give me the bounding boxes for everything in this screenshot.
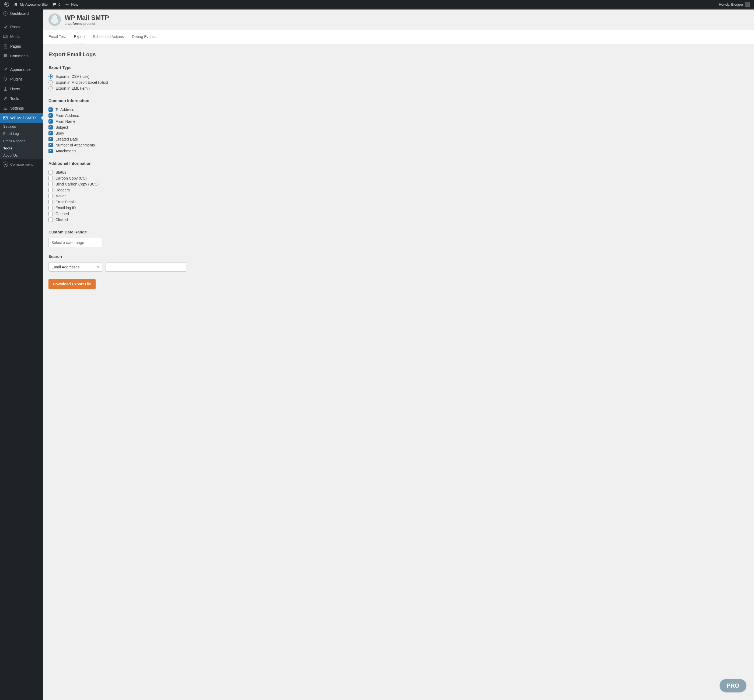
additional-info-row[interactable]: Status: [48, 169, 749, 175]
wordpress-menu[interactable]: [2, 0, 11, 9]
download-export-button[interactable]: Download Export File: [48, 279, 95, 289]
radio-csv[interactable]: Export in CSV (.csv): [48, 73, 749, 80]
submenu-tools[interactable]: Tools: [0, 145, 43, 152]
sidebar-submenu: Settings Email Log Email Reports Tools A…: [0, 123, 43, 159]
common-info-row[interactable]: From Name: [48, 119, 749, 124]
common-info-row[interactable]: Number of Attachments: [48, 142, 749, 148]
radio-xlsx-input[interactable]: [48, 80, 53, 84]
sidebar-item-plugins[interactable]: Plugins: [0, 74, 43, 84]
pin-icon: [3, 24, 8, 30]
content: WP Mail SMTP a wpforms product Email Tes…: [43, 9, 754, 305]
checkbox-label: Clicked: [55, 217, 68, 222]
common-info-checkbox[interactable]: [48, 108, 53, 112]
media-icon: [3, 34, 8, 39]
common-info-row[interactable]: Subject: [48, 124, 749, 130]
additional-info-checkbox[interactable]: [48, 188, 53, 192]
search-field-select[interactable]: Email Addresses: [48, 262, 102, 272]
site-link[interactable]: My Awesome Site: [11, 0, 50, 9]
checkbox-label: Subject: [55, 125, 68, 130]
additional-info-checkbox[interactable]: [48, 182, 53, 186]
sidebar-item-label: Plugins: [10, 77, 23, 81]
submenu-about-us[interactable]: About Us: [0, 152, 43, 159]
additional-info-checkbox[interactable]: [48, 212, 53, 216]
comment-icon: [3, 53, 8, 59]
common-info-row[interactable]: Attachments: [48, 148, 749, 154]
common-info-checkbox[interactable]: [48, 125, 53, 130]
page-title: Export Email Logs: [48, 52, 749, 58]
collapse-menu[interactable]: ◀ Collapse menu: [0, 159, 43, 169]
sidebar-item-users[interactable]: Users: [0, 84, 43, 94]
common-info-checkbox[interactable]: [48, 131, 53, 136]
comments-link[interactable]: 0: [50, 0, 63, 9]
date-range-title: Custom Date Range: [48, 230, 749, 234]
search-input[interactable]: [106, 262, 186, 272]
sidebar-item-comments[interactable]: Comments: [0, 51, 43, 61]
additional-info-row[interactable]: Headers: [48, 187, 749, 193]
sidebar-item-posts[interactable]: Posts: [0, 22, 43, 32]
tab-scheduled-actions[interactable]: Scheduled Actions: [93, 30, 124, 44]
common-info-checkbox[interactable]: [48, 143, 53, 147]
pages-icon: [3, 44, 8, 49]
common-info-row[interactable]: Body: [48, 130, 749, 136]
date-range-input[interactable]: [48, 238, 102, 247]
additional-info-checkbox[interactable]: [48, 194, 53, 198]
sidebar-item-label: Comments: [10, 54, 28, 58]
additional-info-checkbox[interactable]: [48, 206, 53, 210]
sidebar-item-tools[interactable]: Tools: [0, 94, 43, 103]
common-info-checkbox[interactable]: [48, 149, 53, 153]
tab-debug-events[interactable]: Debug Events: [132, 30, 156, 44]
additional-info-row[interactable]: Mailer: [48, 193, 749, 199]
tab-export[interactable]: Export: [74, 30, 84, 44]
sidebar-item-label: Dashboard: [10, 11, 29, 16]
sidebar-item-settings[interactable]: Settings: [0, 103, 43, 113]
sidebar-item-dashboard[interactable]: Dashboard: [0, 9, 43, 18]
collapse-icon: ◀: [3, 161, 8, 167]
checkbox-label: Body: [55, 131, 64, 136]
account-link[interactable]: Howdy, Blogger: [716, 0, 752, 9]
sidebar-item-appearance[interactable]: Appearance: [0, 65, 43, 74]
plugin-logo-icon: [48, 14, 61, 26]
sidebar-item-pages[interactable]: Pages: [0, 41, 43, 51]
sidebar-item-label: Users: [10, 87, 20, 91]
additional-info-checkbox[interactable]: [48, 176, 53, 180]
radio-eml-input[interactable]: [48, 86, 53, 91]
additional-info-row[interactable]: Opened: [48, 211, 749, 217]
additional-info-row[interactable]: Clicked: [48, 217, 749, 223]
additional-info-checkbox[interactable]: [48, 200, 53, 204]
submenu-email-reports[interactable]: Email Reports: [0, 137, 43, 145]
sidebar-item-label: Appearance: [10, 67, 31, 72]
page-body: Export Email Logs Export Type Export in …: [43, 44, 754, 305]
site-name: My Awesome Site: [20, 2, 48, 6]
checkbox-label: To Address: [55, 108, 74, 112]
additional-info-checkbox[interactable]: [48, 217, 53, 222]
additional-info-row[interactable]: Error Details: [48, 199, 749, 205]
brush-icon: [3, 67, 8, 72]
new-label: New: [71, 2, 78, 6]
sidebar-item-wp-mail-smtp[interactable]: WP Mail SMTP: [0, 113, 43, 123]
additional-info-row[interactable]: Carbon Copy (CC): [48, 175, 749, 181]
radio-label: Export in CSV (.csv): [55, 74, 89, 79]
radio-csv-input[interactable]: [48, 74, 53, 79]
common-info-row[interactable]: Created Date: [48, 136, 749, 142]
checkbox-label: Mailer: [55, 194, 66, 198]
adminbar-right: Howdy, Blogger: [716, 0, 752, 9]
common-info-row[interactable]: To Address: [48, 106, 749, 112]
search-title: Search: [48, 254, 749, 259]
additional-info-row[interactable]: Blind Carbon Copy (BCC): [48, 181, 749, 187]
common-info-checkbox[interactable]: [48, 137, 53, 141]
common-info-checkbox[interactable]: [48, 113, 53, 118]
additional-info-row[interactable]: Email log ID: [48, 205, 749, 211]
svg-point-5: [5, 109, 6, 110]
new-link[interactable]: New: [63, 0, 80, 9]
submenu-settings[interactable]: Settings: [0, 123, 43, 130]
common-info-row[interactable]: From Address: [48, 112, 749, 119]
radio-eml[interactable]: Export in EML (.eml): [48, 85, 749, 91]
sidebar-item-media[interactable]: Media: [0, 32, 43, 41]
submenu-email-log[interactable]: Email Log: [0, 130, 43, 137]
common-info-checkbox[interactable]: [48, 119, 53, 123]
tab-email-test[interactable]: Email Test: [48, 30, 66, 44]
additional-info-checkbox[interactable]: [48, 170, 53, 175]
plugin-subtitle: a wpforms product: [65, 22, 109, 26]
radio-label: Export in EML (.eml): [55, 86, 90, 91]
radio-xlsx[interactable]: Export in Microsoft Excel (.xlsx): [48, 80, 749, 85]
